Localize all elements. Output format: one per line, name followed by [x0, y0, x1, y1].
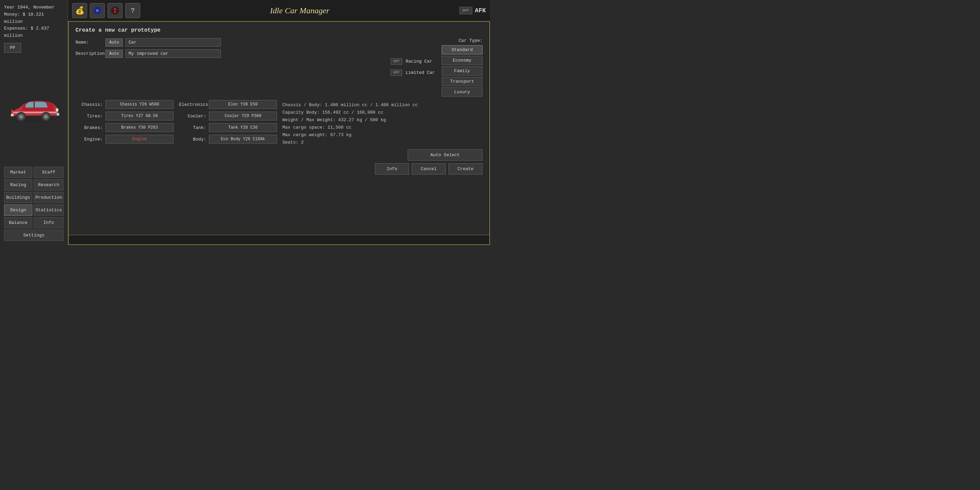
type-btn-transport[interactable]: Transport — [442, 77, 482, 86]
top-bar: 💰 ? Idle Car Manager OFF AFK — [68, 0, 490, 22]
svg-rect-3 — [57, 113, 59, 116]
sidebar-item-staff[interactable]: Staff — [34, 167, 64, 178]
main-area: 💰 ? Idle Car Manager OFF AFK — [68, 0, 490, 245]
components-right: Electronics: Elec Y38 E50 Cooler: Cooler… — [179, 100, 277, 175]
year-text: Year 1944, November — [4, 4, 64, 11]
bottom-bar — [69, 235, 489, 244]
sidebar-item-research[interactable]: Research — [34, 179, 64, 191]
tank-label: Tank: — [179, 125, 206, 130]
type-btn-standard[interactable]: Standard — [442, 45, 482, 54]
info-btn[interactable]: Info — [375, 163, 409, 175]
svg-point-14 — [96, 9, 99, 12]
desc-auto-btn[interactable]: Auto — [105, 50, 123, 58]
sidebar-item-settings[interactable]: Settings — [4, 230, 64, 241]
tank-value[interactable]: Tank Y28 C36 — [209, 123, 277, 132]
racing-car-label: Racing Car — [406, 59, 432, 64]
afk-label: AFK — [475, 7, 486, 14]
name-label: Name: — [76, 40, 103, 45]
stat-weight: Weight / Max Weight: 432.27 kg / 500 kg — [282, 116, 482, 124]
money-icon-btn[interactable]: 💰 — [72, 3, 87, 18]
expenses-text: Expenses: $ 2.637 million — [4, 25, 64, 40]
brakes-row: Brakes: Brakes Y30 P263 — [76, 123, 173, 132]
svg-point-16 — [114, 8, 116, 10]
toggles-area: OFF Racing Car OFF Limited Car — [391, 40, 435, 97]
stat-cargo-weight: Max cargo weight: 67.73 kg — [282, 131, 482, 139]
sidebar-item-design[interactable]: Design — [4, 205, 32, 216]
sidebar-item-info[interactable]: Info — [34, 217, 64, 228]
action-btns: Info Cancel Create — [375, 163, 482, 175]
create-btn[interactable]: Create — [449, 163, 482, 175]
desc-label: Description: — [76, 51, 103, 56]
desc-input[interactable] — [126, 49, 221, 58]
brakes-value[interactable]: Brakes Y30 P263 — [105, 123, 173, 132]
brakes-label: Brakes: — [76, 125, 103, 130]
tires-label: Tires: — [76, 114, 103, 119]
afk-area: OFF AFK — [460, 7, 486, 14]
type-btn-luxury[interactable]: Luxury — [442, 88, 482, 97]
components-left: Chassis: Chassis Y26 W500 Tires: Tires Y… — [76, 100, 173, 175]
tires-value[interactable]: Tires Y27 G0.56 — [105, 111, 173, 121]
body-label: Body: — [179, 137, 206, 142]
svg-point-9 — [44, 115, 48, 118]
type-btn-economy[interactable]: Economy — [442, 56, 482, 65]
alert-icon-btn[interactable] — [108, 3, 123, 18]
electronics-label: Electronics: — [179, 102, 206, 107]
cancel-btn[interactable]: Cancel — [412, 163, 446, 175]
stat-chassis-body: Chassis / Body: 1.400 million cc / 1.400… — [282, 102, 482, 109]
cooler-row: Cooler: Cooler Y29 P360 — [179, 111, 277, 121]
limited-car-toggle[interactable]: OFF — [391, 69, 402, 76]
limited-car-label: Limited Car — [406, 70, 435, 75]
question-icon-btn[interactable]: ? — [125, 3, 140, 18]
svg-rect-11 — [11, 110, 13, 113]
money-text: Money: $ 10.221 million — [4, 11, 64, 25]
name-row: Name: Auto — [76, 38, 384, 47]
tank-row: Tank: Tank Y28 C36 — [179, 123, 277, 132]
svg-point-10 — [56, 108, 59, 111]
body-row: Body: Eco Body Y26 C168k — [179, 135, 277, 143]
sidebar-item-racing[interactable]: Racing — [4, 179, 32, 191]
body-value[interactable]: Eco Body Y26 C168k — [209, 135, 277, 143]
engine-value[interactable]: Engine — [105, 135, 173, 143]
stats-buttons-area: Chassis / Body: 1.400 million cc / 1.400… — [282, 100, 482, 175]
cooler-label: Cooler: — [179, 114, 206, 119]
sidebar-item-buildings[interactable]: Buildings — [4, 192, 32, 203]
sidebar: Year 1944, November Money: $ 10.221 mill… — [0, 0, 68, 245]
stat-cargo-space: Max cargo space: 11,508 cc — [282, 124, 482, 131]
chassis-label: Chassis: — [76, 102, 103, 107]
racing-car-toggle-row: OFF Racing Car — [391, 58, 435, 65]
tires-row: Tires: Tires Y27 G0.56 — [76, 111, 173, 121]
content-area: Create a new car prototype Name: Auto De… — [68, 22, 490, 245]
app-title: Idle Car Manager — [143, 6, 457, 15]
engine-label: Engine: — [76, 137, 103, 142]
energy-icon-btn[interactable] — [90, 3, 105, 18]
chassis-value[interactable]: Chassis Y26 W500 — [105, 100, 173, 109]
bottom-buttons: Auto Select Info Cancel Create — [282, 150, 482, 175]
auto-select-btn[interactable]: Auto Select — [408, 150, 482, 161]
electronics-value[interactable]: Elec Y38 E50 — [209, 100, 277, 109]
sidebar-item-balance[interactable]: Balance — [4, 217, 32, 228]
racing-car-toggle[interactable]: OFF — [391, 58, 402, 65]
electronics-row: Electronics: Elec Y38 E50 — [179, 100, 277, 109]
sidebar-item-production[interactable]: Production — [34, 192, 64, 203]
desc-row: Description: Auto — [76, 49, 384, 58]
pp-button[interactable]: PP — [4, 43, 21, 53]
car-image — [7, 95, 61, 125]
section-title: Create a new car prototype — [76, 27, 482, 33]
sidebar-nav: Market Staff Racing Research Buildings P… — [4, 167, 64, 241]
components-stats-row: Chassis: Chassis Y26 W500 Tires: Tires Y… — [76, 100, 482, 175]
stat-capacity-body: Capacity Body: 156,492 cc / 168,000 cc — [282, 109, 482, 116]
svg-rect-17 — [115, 11, 116, 13]
name-input[interactable] — [126, 38, 221, 47]
sidebar-info: Year 1944, November Money: $ 10.221 mill… — [4, 4, 64, 40]
cooler-value[interactable]: Cooler Y29 P360 — [209, 111, 277, 121]
car-image-area — [4, 56, 64, 164]
afk-toggle[interactable]: OFF — [460, 7, 472, 14]
svg-point-6 — [19, 115, 23, 118]
name-auto-btn[interactable]: Auto — [105, 38, 123, 47]
stats-area: Chassis / Body: 1.400 million cc / 1.400… — [282, 102, 482, 147]
type-btn-family[interactable]: Family — [442, 66, 482, 76]
sidebar-item-market[interactable]: Market — [4, 167, 32, 178]
svg-point-15 — [111, 6, 119, 14]
sidebar-item-statistics[interactable]: Statistics — [34, 205, 64, 216]
chassis-row: Chassis: Chassis Y26 W500 — [76, 100, 173, 109]
